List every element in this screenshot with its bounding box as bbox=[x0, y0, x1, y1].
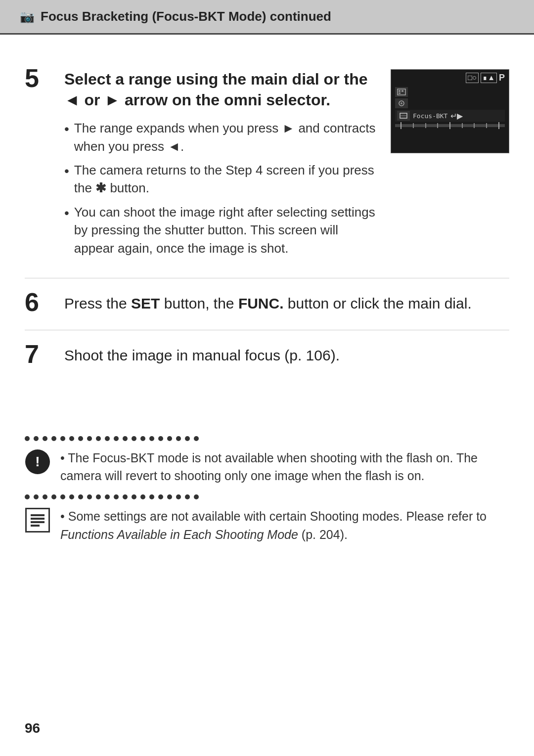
info-line-3 bbox=[31, 521, 44, 523]
step-6-text-after: button or click the main dial. bbox=[284, 295, 472, 311]
cam-tick-6 bbox=[474, 123, 475, 128]
step-7-content: Shoot the image in manual focus (p. 106)… bbox=[54, 345, 509, 366]
note-1-content: The Focus-BKT mode is not available when… bbox=[60, 451, 478, 483]
header-bar: 📷 Focus Bracketing (Focus-BKT Mode) cont… bbox=[0, 0, 534, 35]
step-6-set-label: SET bbox=[131, 295, 160, 311]
dot-5 bbox=[60, 436, 65, 441]
dot2-14 bbox=[140, 494, 145, 499]
step-5-bullet-1: • The range expands when you press ► and… bbox=[64, 119, 376, 155]
dot2-19 bbox=[185, 494, 190, 499]
step-5-section: 5 Select a range using the main dial or … bbox=[25, 54, 509, 278]
dot-4 bbox=[51, 436, 56, 441]
dot-17 bbox=[167, 436, 172, 441]
dot2-18 bbox=[176, 494, 181, 499]
info-icon bbox=[25, 508, 50, 533]
dot2-17 bbox=[167, 494, 172, 499]
step-5-text: Select a range using the main dial or th… bbox=[64, 69, 376, 263]
step-5-title-line2: arrow on the omni selector. bbox=[125, 91, 330, 109]
dot2-11 bbox=[114, 494, 119, 499]
step-7-number: 7 bbox=[25, 341, 54, 367]
info-line-1 bbox=[31, 514, 44, 516]
step-6-section: 6 Press the SET button, the FUNC. button… bbox=[25, 278, 509, 330]
info-lines-group bbox=[31, 514, 44, 527]
cam-tick-7 bbox=[486, 123, 487, 128]
note-item-1: ! • The Focus-BKT mode is not available … bbox=[25, 449, 509, 485]
arrow-right-inline: ► bbox=[282, 121, 295, 135]
warning-icon-container: ! bbox=[25, 449, 50, 475]
dot-7 bbox=[78, 436, 83, 441]
step-5-bullet-2: • The camera returns to the Step 4 scree… bbox=[64, 161, 376, 197]
cam-menu-icon-1 bbox=[395, 87, 408, 97]
note-item-2: • Some settings are not available with c… bbox=[25, 507, 509, 543]
cam-menu-row-2 bbox=[395, 98, 505, 108]
page: 📷 Focus Bracketing (Focus-BKT Mode) cont… bbox=[0, 0, 534, 756]
header-title: Focus Bracketing (Focus-BKT Mode) contin… bbox=[41, 9, 331, 24]
main-content: 5 Select a range using the main dial or … bbox=[0, 35, 534, 406]
cam-menu-active-icon bbox=[397, 111, 410, 121]
step-5-bullet-3: • You can shoot the image right after se… bbox=[64, 203, 376, 257]
dot-8 bbox=[87, 436, 92, 441]
dot2-9 bbox=[96, 494, 101, 499]
dot-15 bbox=[149, 436, 154, 441]
note-2-bullet: • bbox=[60, 509, 68, 523]
cam-menu-icon-2 bbox=[395, 98, 408, 108]
cam-menu-row-1 bbox=[395, 87, 505, 97]
note-1-text: • The Focus-BKT mode is not available wh… bbox=[60, 449, 509, 485]
cam-tick-8 bbox=[498, 122, 499, 129]
dot-6 bbox=[69, 436, 74, 441]
dot2-1 bbox=[25, 494, 30, 499]
step-6-content: Press the SET button, the FUNC. button o… bbox=[54, 293, 509, 314]
camera-menu-rows: Focus-BKT ↵▶ bbox=[395, 87, 505, 127]
dot2-6 bbox=[69, 494, 74, 499]
note-1-bullet: • bbox=[60, 451, 68, 465]
step-5-number: 5 bbox=[25, 65, 54, 91]
step-5-bullet-2-text: The camera returns to the Step 4 screen … bbox=[74, 161, 376, 197]
dot-20 bbox=[194, 436, 199, 441]
step-6-text-between: button, the bbox=[160, 295, 238, 311]
dot-11 bbox=[114, 436, 119, 441]
cam-tick-2 bbox=[425, 123, 426, 128]
svg-rect-2 bbox=[401, 90, 403, 92]
cam-tick-5 bbox=[462, 123, 463, 128]
step-5-arrow-left-icon: ◄ bbox=[64, 91, 80, 109]
cam-menu-active-svg bbox=[399, 112, 408, 120]
step-5-bullet-list: • The range expands when you press ► and… bbox=[64, 119, 376, 257]
dot2-15 bbox=[149, 494, 154, 499]
step-5-inner: Select a range using the main dial or th… bbox=[64, 69, 509, 263]
step-5-title-line1: Select a range using the main dial or th… bbox=[64, 70, 367, 88]
dot2-2 bbox=[34, 494, 39, 499]
step-7-section: 7 Shoot the image in manual focus (p. 10… bbox=[25, 330, 509, 382]
info-line-4 bbox=[31, 525, 40, 527]
cam-slider-bar bbox=[395, 124, 505, 127]
cam-tick-0 bbox=[400, 122, 401, 129]
cam-icon-p: P bbox=[499, 73, 505, 83]
dots-row-1 bbox=[25, 436, 509, 441]
cam-icon-grid: ∎▲ bbox=[481, 73, 497, 83]
step-6-text-before-set: Press the bbox=[64, 295, 131, 311]
camera-screen-content: □○ ∎▲ P bbox=[391, 70, 509, 153]
dot2-8 bbox=[87, 494, 92, 499]
dot2-10 bbox=[105, 494, 110, 499]
step-5-bullet-3-text: You can shoot the image right after sele… bbox=[74, 203, 376, 257]
step-5-arrow-right-icon: ► bbox=[104, 91, 120, 109]
dot-10 bbox=[105, 436, 110, 441]
cam-icon-square-dot: □○ bbox=[466, 73, 479, 83]
notes-section: ! • The Focus-BKT mode is not available … bbox=[0, 436, 534, 543]
svg-rect-3 bbox=[399, 92, 400, 94]
cam-tick-1 bbox=[413, 123, 414, 128]
cam-menu-svg-2 bbox=[397, 99, 406, 107]
bullet-dot-2: • bbox=[64, 161, 69, 180]
dot2-20 bbox=[194, 494, 199, 499]
warning-exclamation: ! bbox=[35, 454, 40, 470]
camera-top-icons: □○ ∎▲ P bbox=[395, 73, 505, 83]
step-5-content: Select a range using the main dial or th… bbox=[54, 69, 509, 263]
step-6-func-label: FUNC. bbox=[238, 295, 284, 311]
info-icon-inner bbox=[31, 514, 44, 527]
dot-18 bbox=[176, 436, 181, 441]
cam-return-icon: ↵▶ bbox=[450, 111, 463, 121]
page-number: 96 bbox=[25, 720, 40, 736]
bullet-dot-1: • bbox=[64, 119, 69, 138]
arrow-left-inline: ◄ bbox=[168, 139, 180, 154]
svg-rect-1 bbox=[399, 90, 400, 92]
asterisk-symbol: ✱ bbox=[95, 180, 106, 195]
